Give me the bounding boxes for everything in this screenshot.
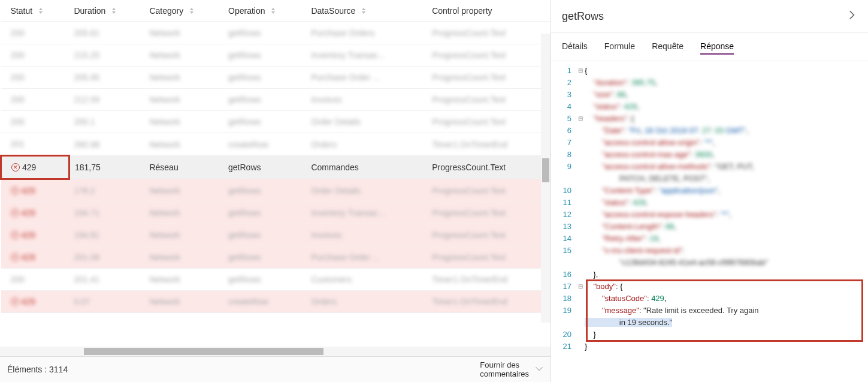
- cell-control: ProgressCount.Text: [427, 67, 551, 89]
- cell-status: ✕429: [1, 246, 69, 269]
- table-row[interactable]: ✕429201.08NetworkgetRowsPurchase Order .…: [1, 246, 551, 269]
- cell-control: ProgressCount.Text: [427, 89, 551, 111]
- cell-datasource: Purchase Order ...: [306, 67, 427, 89]
- cell-duration: 201.41: [69, 269, 144, 291]
- table-row[interactable]: 201260.98NetworkcreateRowOrdersTimer1.On…: [1, 133, 551, 156]
- table-row[interactable]: 200200.1NetworkgetRowsOrder DetailsProgr…: [1, 111, 551, 133]
- error-icon: ✕: [11, 163, 20, 172]
- table-row[interactable]: 200212.59NetworkgetRowsInvoicesProgressC…: [1, 89, 551, 111]
- code-line: 11 "status": 429,: [551, 197, 868, 209]
- column-header[interactable]: Operation: [223, 0, 306, 22]
- cell-operation: getRows: [223, 224, 306, 246]
- code-line: 18 "statusCode": 429,: [551, 293, 868, 305]
- vertical-scrollbar-thumb[interactable]: [542, 158, 549, 182]
- cell-category: Network: [144, 291, 223, 313]
- cell-operation: createRow: [223, 291, 306, 313]
- cell-datasource: Inventory Transac...: [306, 44, 427, 67]
- code-line: 7 "access-control-allow-origin": "*",: [551, 137, 868, 149]
- results-panel: Statut Duration Category Operation DataS…: [0, 0, 551, 382]
- code-line: 12 "access-control-expose-headers": "*",: [551, 209, 868, 221]
- error-icon: ✕: [11, 209, 19, 217]
- cell-operation: getRows: [223, 111, 306, 133]
- tab-réponse[interactable]: Réponse: [700, 39, 734, 55]
- code-line: in 19 seconds.": [551, 317, 868, 329]
- cell-datasource: Purchase Orders: [306, 22, 427, 44]
- tab-requête[interactable]: Requête: [652, 39, 683, 55]
- cell-operation: getRows: [223, 44, 306, 67]
- cell-category: Network: [144, 224, 223, 246]
- table-row[interactable]: 200205.61NetworkgetRowsPurchase OrdersPr…: [1, 22, 551, 44]
- cell-status: ✕429: [1, 156, 69, 179]
- code-line: 8 "access-control-max-age": 3600,: [551, 149, 868, 161]
- tab-détails[interactable]: Détails: [562, 39, 588, 55]
- column-header[interactable]: Statut: [1, 0, 69, 22]
- code-line: 9 "access-control-allow-methods": "GET, …: [551, 161, 868, 173]
- cell-category: Network: [144, 89, 223, 111]
- cell-duration: 205.61: [69, 22, 144, 44]
- column-label: Statut: [11, 6, 33, 16]
- column-label: DataSource: [311, 6, 355, 16]
- cell-datasource: Orders: [306, 291, 427, 313]
- cell-duration: 205.95: [69, 67, 144, 89]
- details-title: getRows: [562, 10, 604, 23]
- cell-operation: getRows: [223, 67, 306, 89]
- column-header[interactable]: Category: [144, 0, 223, 22]
- cell-datasource: Purchase Order ...: [306, 246, 427, 269]
- code-line: 21}: [551, 341, 868, 353]
- cell-category: Network: [144, 111, 223, 133]
- cell-category: Network: [144, 202, 223, 224]
- code-line: 15 "x-ms-client-request-id":: [551, 245, 868, 257]
- cell-status: ✕429: [1, 291, 69, 313]
- cell-operation: getRows: [223, 179, 306, 202]
- feedback-button[interactable]: Fournir des commentaires: [480, 360, 543, 378]
- table-row[interactable]: 200205.95NetworkgetRowsPurchase Order ..…: [1, 67, 551, 89]
- column-label: Category: [149, 6, 183, 16]
- table-row[interactable]: ✕429194.81NetworkgetRowsInvoicesProgress…: [1, 224, 551, 246]
- code-line: 1⊟{: [551, 65, 868, 77]
- cell-duration: 194.81: [69, 224, 144, 246]
- horizontal-scrollbar-thumb[interactable]: [84, 348, 323, 355]
- cell-control: ProgressCount.Text: [427, 156, 551, 179]
- table-row[interactable]: ✕429181,75RéseaugetRowsCommandesProgress…: [1, 156, 551, 179]
- code-line: 10 "Content-Type": "application/json",: [551, 185, 868, 197]
- cell-operation: getRows: [223, 22, 306, 44]
- cell-control: ProgressCount.Text: [427, 246, 551, 269]
- tab-formule[interactable]: Formule: [604, 39, 635, 55]
- collapse-arrow-icon[interactable]: [846, 8, 857, 24]
- sort-icon[interactable]: [271, 8, 276, 14]
- column-header[interactable]: Control property: [427, 0, 551, 22]
- horizontal-scrollbar[interactable]: [0, 347, 551, 356]
- column-header[interactable]: Duration: [69, 0, 144, 22]
- cell-duration: 0.07: [69, 291, 144, 313]
- cell-status: 200: [1, 111, 69, 133]
- table-row[interactable]: ✕429178.2NetworkgetRowsOrder DetailsProg…: [1, 179, 551, 202]
- cell-datasource: Commandes: [306, 156, 427, 179]
- error-icon: ✕: [11, 231, 19, 239]
- code-line: "c139d434-8245-41e4-ac58-cf9f87680bab": [551, 257, 868, 269]
- cell-datasource: Inventory Transac...: [306, 202, 427, 224]
- cell-datasource: Invoices: [306, 89, 427, 111]
- cell-status: ✕429: [1, 202, 69, 224]
- sort-icon[interactable]: [361, 8, 366, 14]
- cell-control: ProgressCount.Text: [427, 202, 551, 224]
- response-code-view[interactable]: 1⊟{2 "duration": 385.75,3 "size": 86,4 "…: [551, 61, 868, 382]
- table-row[interactable]: 200215.25NetworkgetRowsInventory Transac…: [1, 44, 551, 67]
- sort-icon[interactable]: [189, 8, 194, 14]
- column-label: Duration: [74, 6, 105, 16]
- sort-icon[interactable]: [111, 8, 116, 14]
- item-count-label: Éléments : 3114: [7, 365, 68, 374]
- vertical-scrollbar[interactable]: [541, 34, 551, 323]
- results-table-container[interactable]: Statut Duration Category Operation DataS…: [0, 0, 551, 347]
- cell-control: Timer1.OnTimerEnd: [427, 291, 551, 313]
- table-row[interactable]: ✕429194.71NetworkgetRowsInventory Transa…: [1, 202, 551, 224]
- column-label: Operation: [228, 6, 265, 16]
- error-icon: ✕: [11, 297, 19, 306]
- error-icon: ✕: [11, 253, 19, 261]
- table-row[interactable]: 200201.41NetworkgetRowsCustomersTimer1.O…: [1, 269, 551, 291]
- column-header[interactable]: DataSource: [306, 0, 427, 22]
- table-row[interactable]: ✕4290.07NetworkcreateRowOrdersTimer1.OnT…: [1, 291, 551, 313]
- cell-category: Network: [144, 67, 223, 89]
- cell-operation: getRows: [223, 202, 306, 224]
- sort-icon[interactable]: [38, 8, 43, 14]
- cell-operation: getRows: [223, 156, 306, 179]
